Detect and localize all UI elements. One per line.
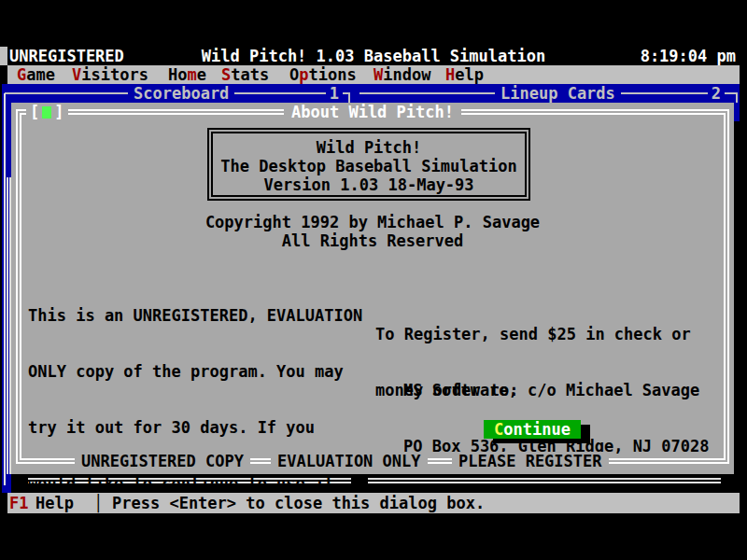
window-scoreboard-titlebar[interactable]: Scoreboard 1: [5, 84, 350, 103]
menu-item-options[interactable]: Options: [289, 65, 357, 84]
menu-item-game[interactable]: Game: [17, 65, 55, 84]
window-border-line: [4, 474, 6, 485]
copyright-block: Copyright 1992 by Michael P. Savage All …: [11, 213, 734, 250]
dialog-shadow-right: [734, 121, 741, 493]
license-paragraph: This is an UNREGISTERED, EVALUATION ONLY…: [28, 269, 375, 560]
license-line: you'll have to register. When you: [28, 530, 375, 549]
rights-line: All Rights Reserved: [11, 231, 734, 250]
dialog-close-button[interactable]: []: [26, 103, 68, 121]
product-version: Version 1.03 18-May-93: [213, 175, 525, 194]
footer-banner-unregistered: UNREGISTERED COPY: [75, 452, 250, 470]
app-title: Wild Pitch! 1.03 Baseball Simulation: [7, 47, 740, 65]
menu-item-home[interactable]: Home: [168, 65, 206, 84]
background-window-right-edge: [734, 103, 740, 121]
license-line: would like to continue to use it,: [28, 474, 375, 493]
dialog-title: About Wild Pitch!: [284, 103, 461, 121]
continue-button[interactable]: Continue: [484, 420, 581, 439]
license-line: This is an UNREGISTERED, EVALUATION: [28, 306, 375, 325]
screen-edge-notch: [0, 47, 7, 65]
window-number-2: 2: [708, 84, 725, 103]
version-box: Wild Pitch! The Desktop Baseball Simulat…: [207, 128, 530, 201]
window-title-lineup-cards: Lineup Cards: [495, 84, 621, 103]
window-number-1: 1: [326, 84, 343, 103]
menu-item-window[interactable]: Window: [374, 65, 430, 84]
status-divider: │: [93, 493, 103, 513]
register-line: To Register, send $25 in check or: [375, 325, 691, 343]
f1-shortcut-key[interactable]: F1: [9, 493, 28, 513]
menu-item-visitors[interactable]: Visitors: [72, 65, 148, 84]
address-line: MS Software, c/o Michael Savage: [403, 381, 710, 399]
window-lineup-cards-titlebar[interactable]: Lineup Cards 2: [359, 84, 738, 103]
window-border-line: [4, 93, 6, 474]
license-line: try it out for 30 days. If you: [28, 418, 375, 437]
footer-banner-register: PLEASE REGISTER: [452, 452, 609, 470]
product-subtitle: The Desktop Baseball Simulation: [213, 157, 525, 175]
status-bar: F1 Help │ Press <Enter> to close this di…: [7, 493, 740, 513]
menu-bar: Game Visitors Home Stats Options Window …: [7, 65, 740, 84]
window-border-line: [7, 177, 8, 474]
license-line: ONLY copy of the program. You may: [28, 362, 375, 381]
product-name: Wild Pitch!: [213, 138, 525, 157]
close-icon: [42, 106, 51, 119]
footer-banner-evaluation: EVALUATION ONLY: [271, 452, 428, 470]
menu-item-help[interactable]: Help: [445, 65, 484, 84]
about-dialog: [] About Wild Pitch! Wild Pitch! The Des…: [11, 103, 734, 474]
mailing-address: MS Software, c/o Michael Savage PO Box 5…: [403, 343, 710, 493]
f1-shortcut-label[interactable]: Help: [35, 493, 74, 513]
clock: 8:19:04 pm: [641, 47, 736, 65]
title-bar: UNREGISTERED Wild Pitch! 1.03 Baseball S…: [7, 47, 740, 65]
desktop: Scoreboard 1 Lineup Cards 2: [2, 84, 740, 103]
status-message: Press <Enter> to close this dialog box.: [112, 493, 485, 513]
menu-item-stats[interactable]: Stats: [221, 65, 269, 84]
window-title-scoreboard: Scoreboard: [128, 84, 234, 103]
copyright-line: Copyright 1992 by Michael P. Savage: [11, 213, 734, 231]
